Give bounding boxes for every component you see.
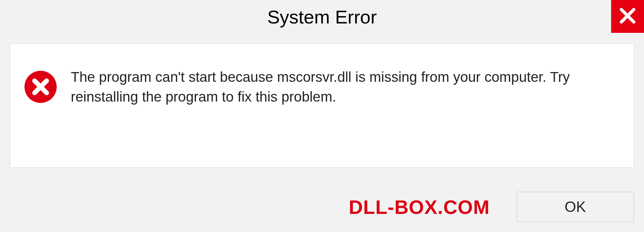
close-button[interactable]: [611, 0, 644, 33]
watermark-text: DLL-BOX.COM: [349, 196, 490, 218]
dialog-title: System Error: [267, 6, 377, 28]
close-icon: [618, 6, 637, 26]
error-icon: [24, 70, 57, 104]
titlebar: System Error: [0, 0, 644, 34]
dialog-footer: DLL-BOX.COM OK: [10, 192, 634, 222]
ok-button[interactable]: OK: [517, 192, 634, 222]
dialog-content: The program can't start because mscorsvr…: [10, 44, 634, 168]
error-message: The program can't start because mscorsvr…: [71, 67, 613, 107]
